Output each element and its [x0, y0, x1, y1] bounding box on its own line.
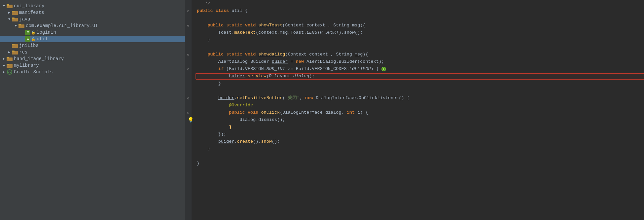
sidebar-item-label: mylibrary: [14, 63, 39, 68]
expand-arrow-res: ▶: [7, 50, 12, 54]
sidebar-item-com-example[interactable]: ▼ com.example.cui_library.UI: [0, 22, 185, 29]
sidebar-item-label: jniLibs: [19, 43, 39, 48]
folder-icon-mylib: [7, 63, 13, 68]
code-editor: ⊖ ⊖ ⊖ ⊖ ⊖: [185, 0, 644, 220]
svg-rect-11: [12, 51, 15, 52]
code-line-alert-builder: AlertDialog.Builder buider = new AlertDi…: [197, 58, 644, 65]
code-line-class: public class util {: [197, 7, 644, 15]
fold-cell-10[interactable]: ⊖: [187, 65, 190, 73]
sidebar-item-label: hand_image_library: [14, 56, 64, 61]
fold-arrow-onclick[interactable]: ⊖: [187, 111, 190, 115]
warning-dot: !: [381, 67, 386, 71]
fold-arrow-m2[interactable]: ⊖: [187, 53, 190, 57]
code-line-create-show: buider . create (). show ();: [197, 138, 644, 145]
lock-icon-loginin: 🔒: [31, 30, 36, 35]
folder-icon-res: [12, 50, 18, 55]
code-line-blank-4: [197, 153, 644, 160]
svg-rect-1: [7, 4, 9, 6]
folder-icon-jni: [12, 43, 18, 48]
code-line-comment-end: */: [197, 0, 644, 7]
fold-cell-14[interactable]: ⊖: [187, 94, 190, 102]
code-line-if: if (Build.VERSION. SDK_INT >= Build.VERS…: [197, 65, 644, 73]
gradle-icon: [7, 69, 13, 75]
sidebar-item-loginin[interactable]: C 🔒 loginin: [0, 29, 185, 36]
code-line-set-positive: buider . setPositiveButton ( "关闭" , new …: [197, 94, 644, 102]
sidebar-item-gradle[interactable]: ▶ Gradle Scripts: [0, 69, 185, 75]
file-tree: ▼ cui_library ▶ manifests ▼ java ▼ com.e…: [0, 0, 185, 220]
code-line-blank-1: [197, 15, 644, 22]
expand-arrow-hand: ▶: [1, 57, 7, 61]
svg-rect-9: [12, 44, 15, 45]
sidebar-item-label: loginin: [37, 30, 56, 35]
fold-cell-4[interactable]: ⊖: [187, 22, 190, 29]
code-line-close5: }: [197, 160, 644, 167]
sidebar-item-label: manifests: [19, 10, 44, 15]
svg-rect-3: [12, 11, 15, 12]
fold-gutter: ⊖ ⊖ ⊖ ⊖ ⊖: [185, 0, 192, 220]
folder-icon-java: [12, 17, 18, 21]
sidebar-item-res[interactable]: ▶ res: [0, 49, 185, 55]
expand-arrow-com: ▼: [13, 24, 18, 28]
code-content: */ public class util { public static voi…: [192, 0, 644, 220]
svg-rect-13: [7, 57, 9, 58]
sidebar-item-label: res: [19, 50, 27, 55]
code-line-override: @Override: [197, 102, 644, 109]
fold-arrow-if[interactable]: ⊖: [187, 67, 190, 71]
code-line-close-paren: });: [197, 131, 644, 138]
fold-arrow-listener[interactable]: ⊖: [187, 96, 190, 100]
class-badge-loginin: C: [25, 30, 30, 35]
sidebar-item-label: com.example.cui_library.UI: [26, 23, 98, 28]
sidebar-item-hand-image[interactable]: ▶ hand_image_library: [0, 55, 185, 62]
fold-cell-2[interactable]: ⊖: [187, 7, 190, 15]
folder-icon-hand: [7, 56, 13, 61]
sidebar-item-label: Gradle Scripts: [14, 69, 53, 75]
lock-icon-util: 🔒: [31, 37, 36, 41]
svg-rect-7: [18, 24, 21, 25]
code-line-dismiss: 💡 dialog.dismiss();: [197, 116, 644, 124]
expand-arrow-manifests: ▶: [7, 11, 12, 15]
code-line-set-view: buider . setView (R.layout. dialog );: [197, 73, 644, 80]
sidebar-item-util[interactable]: C 🔒 util: [0, 36, 185, 42]
expand-arrow-gradle: ▶: [1, 70, 7, 74]
code-line-close3: }: [197, 124, 644, 131]
fold-arrow-m1[interactable]: ⊖: [187, 23, 190, 28]
code-line-close4: }: [197, 145, 644, 153]
code-line-blank-3: [197, 87, 644, 94]
expand-arrow-java: ▼: [7, 18, 12, 21]
sidebar-item-label: cui_library: [14, 3, 44, 9]
fold-cell-8[interactable]: ⊖: [187, 51, 190, 58]
folder-icon-manifests: [12, 10, 18, 15]
sidebar-item-java[interactable]: ▼ java: [0, 16, 185, 22]
fold-cell-16[interactable]: ⊖: [187, 109, 190, 116]
code-line-method2: public static void showdailog (Context c…: [197, 51, 644, 58]
lightbulb-icon[interactable]: 💡: [188, 117, 194, 124]
svg-rect-15: [7, 64, 9, 65]
folder-icon: [7, 4, 13, 8]
sidebar-item-jnilibs[interactable]: jniLibs: [0, 42, 185, 49]
code-line-blank-2: [197, 44, 644, 51]
sidebar-item-label: util: [37, 36, 48, 42]
sidebar-item-manifests[interactable]: ▶ manifests: [0, 9, 185, 16]
svg-rect-5: [12, 18, 15, 19]
sidebar-item-label: java: [19, 17, 30, 22]
code-line-toast: Toast. makeText (context,msg,Toast. LENG…: [197, 29, 644, 36]
code-line-method1: public static void showToast (Context co…: [197, 22, 644, 29]
code-line-onclick: public void onClick (DialogInterface dia…: [197, 109, 644, 116]
folder-icon-com: [18, 23, 24, 28]
class-badge-util: C: [25, 36, 30, 42]
code-line-close1: }: [197, 36, 644, 44]
sidebar-item-cui-library[interactable]: ▼ cui_library: [0, 3, 185, 9]
expand-arrow: ▼: [1, 4, 7, 8]
sidebar-item-mylibrary[interactable]: ▶ mylibrary: [0, 62, 185, 69]
code-line-close2: }: [197, 80, 644, 87]
fold-arrow-class[interactable]: ⊖: [187, 9, 190, 13]
expand-arrow-mylib: ▶: [1, 63, 7, 67]
